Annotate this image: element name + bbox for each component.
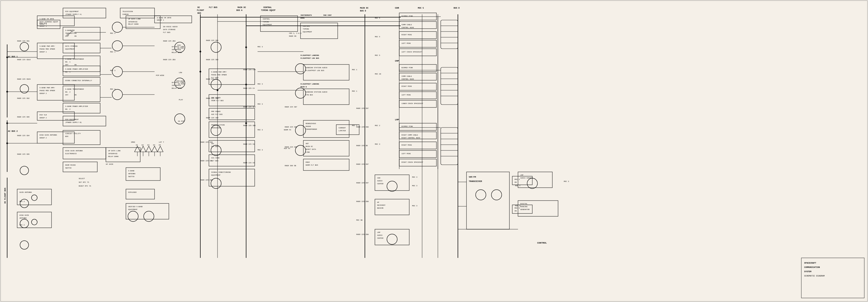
svg-text:MOC 3: MOC 3 bbox=[515, 207, 520, 209]
svg-text:FROM FLT BUS: FROM FLT BUS bbox=[211, 100, 224, 102]
svg-text:CAMERA: CAMERA bbox=[123, 13, 129, 16]
schematic-diagram: AC BUS 1 AC BUS 2 DC FLIGHT BUS S-BAND F… bbox=[0, 0, 868, 302]
svg-text:MOC 1: MOC 1 bbox=[352, 69, 357, 71]
svg-text:RHER 225 CB8: RHER 225 CB8 bbox=[285, 126, 297, 128]
svg-text:S-BAND PWR AMP/: S-BAND PWR AMP/ bbox=[211, 71, 227, 73]
svg-text:PHASE MOD XPNDR: PHASE MOD XPNDR bbox=[39, 48, 55, 50]
svg-text:BUS D: BUS D bbox=[454, 7, 460, 9]
svg-text:COMM CABLE: COMM CABLE bbox=[402, 75, 412, 77]
svg-text:CTB BUS: CTB BUS bbox=[306, 94, 313, 96]
svg-text:RHER 225 CB5: RHER 225 CB5 bbox=[17, 153, 30, 155]
svg-text:RHER 225 CB1: RHER 225 CB1 bbox=[17, 40, 30, 42]
svg-text:MOC 3: MOC 3 bbox=[110, 51, 115, 53]
svg-text:DC FLIGHT BUS: DC FLIGHT BUS bbox=[4, 188, 6, 203]
svg-text:SYSTEM: SYSTEM bbox=[804, 271, 811, 273]
svg-point-392 bbox=[67, 34, 69, 36]
svg-point-386 bbox=[245, 122, 247, 124]
svg-text:ROOM MICRO: ROOM MICRO bbox=[65, 164, 75, 166]
svg-text:RANGING: RANGING bbox=[520, 206, 528, 208]
svg-text:CDR: CDR bbox=[377, 177, 380, 179]
svg-text:RHER 225 CB18: RHER 225 CB18 bbox=[17, 59, 31, 61]
svg-text:(POWER SUPPLY A): (POWER SUPPLY A) bbox=[65, 13, 82, 16]
svg-text:TRANSCEIVER: TRANSCEIVER bbox=[469, 180, 482, 183]
svg-text:COMM CABLE: COMM CABLE bbox=[402, 24, 412, 26]
svg-text:BIOMED PINK: BIOMED PINK bbox=[402, 126, 413, 128]
svg-text:LEFT COUCH SPACESUIT: LEFT COUCH SPACESUIT bbox=[402, 51, 422, 53]
svg-point-389 bbox=[6, 122, 8, 124]
svg-text:LIMITER: LIMITER bbox=[339, 130, 346, 132]
svg-text:FLIGHT: FLIGHT bbox=[197, 9, 204, 11]
svg-text:PCM TLM: PCM TLM bbox=[39, 114, 47, 116]
svg-text:EQUIPMENT: EQUIPMENT bbox=[263, 24, 272, 26]
svg-text:S-BAND: S-BAND bbox=[128, 170, 134, 172]
svg-text:CENTRAL: CENTRAL bbox=[263, 18, 270, 20]
svg-text:RECOVERY: RECOVERY bbox=[377, 204, 385, 206]
svg-text:RHER 225 C9: RHER 225 C9 bbox=[243, 162, 255, 164]
svg-text:MOC 3: MOC 3 bbox=[110, 32, 115, 34]
svg-text:AC BUS 2: AC BUS 2 bbox=[8, 130, 18, 132]
svg-text:CENTRAL: CENTRAL bbox=[263, 6, 272, 8]
svg-text:FLT BUS: FLT BUS bbox=[163, 31, 170, 33]
svg-text:DIGITAL: DIGITAL bbox=[520, 203, 528, 205]
svg-text:VANDCHN STATION AUDIO: VANDCHN STATION AUDIO bbox=[306, 91, 328, 93]
svg-text:RHER 225 CB2: RHER 225 CB2 bbox=[17, 98, 30, 100]
svg-text:RHER 225 CB0: RHER 225 CB0 bbox=[356, 234, 369, 236]
svg-text:TELEVISION: TELEVISION bbox=[123, 10, 133, 12]
svg-text:NO. 2: NO. 2 bbox=[65, 91, 70, 93]
svg-text:SET RTC 75: SET RTC 75 bbox=[79, 182, 89, 183]
svg-text:SPACECRAFT: SPACECRAFT bbox=[804, 262, 816, 264]
svg-text:(POWER SUPPLY B): (POWER SUPPLY B) bbox=[65, 121, 82, 123]
svg-text:MOC 3: MOC 3 bbox=[412, 205, 417, 207]
svg-text:PMP POWER: PMP POWER bbox=[211, 111, 221, 113]
svg-text:RHER 225 CB4: RHER 225 CB4 bbox=[206, 117, 219, 119]
svg-text:RHER 225 CB1: RHER 225 CB1 bbox=[206, 39, 219, 42]
svg-text:RHER 225 CB2: RHER 225 CB2 bbox=[200, 160, 213, 162]
svg-text:LEFT MIKE: LEFT MIKE bbox=[402, 94, 411, 96]
svg-text:RHER 225 CB7: RHER 225 CB7 bbox=[356, 107, 369, 109]
svg-text:RELAY BANK: RELAY BANK bbox=[128, 23, 138, 25]
svg-text:GENERATOR: GENERATOR bbox=[520, 209, 530, 211]
svg-text:SIG COND: SIG COND bbox=[211, 157, 219, 159]
svg-text:FLT BUS: FLT BUS bbox=[211, 145, 219, 147]
svg-text:PCM TLM: PCM TLM bbox=[39, 22, 47, 24]
svg-text:NO. 2: NO. 2 bbox=[65, 108, 70, 110]
svg-text:RHER 225 CB20: RHER 225 CB20 bbox=[17, 78, 31, 80]
svg-text:RHER 225 CB5: RHER 225 CB5 bbox=[200, 179, 213, 181]
svg-text:ANTENNA: ANTENNA bbox=[20, 217, 27, 219]
svg-text:GROUP 2: GROUP 2 bbox=[39, 137, 47, 139]
svg-text:EQUIPMENT: EQUIPMENT bbox=[128, 209, 138, 211]
control-label: CONTROL bbox=[537, 242, 547, 244]
svg-text:DATA STORAGE: DATA STORAGE bbox=[65, 45, 78, 47]
svg-text:CENTER: CENTER bbox=[377, 237, 383, 239]
svg-text:BUS D: BUS D bbox=[360, 10, 366, 12]
svg-text:RHER ON: RHER ON bbox=[289, 35, 297, 37]
svg-text:MOC 2: MOC 2 bbox=[375, 125, 380, 127]
svg-text:CDR: CDR bbox=[395, 7, 399, 9]
svg-point-388 bbox=[6, 91, 8, 92]
svg-text:GAIN ANTENNA: GAIN ANTENNA bbox=[20, 191, 32, 193]
svg-text:LINK: LINK bbox=[306, 151, 310, 153]
svg-text:S-BAND FM XMTR: S-BAND FM XMTR bbox=[39, 18, 54, 20]
svg-text:UP DATA LINK: UP DATA LINK bbox=[108, 150, 121, 152]
svg-text:RHER 225 CB0: RHER 225 CB0 bbox=[356, 200, 369, 202]
svg-text:RHER 225 C8: RHER 225 C8 bbox=[243, 143, 255, 145]
svg-text:LOT T: LOT T bbox=[159, 141, 164, 143]
svg-text:ON: ON bbox=[74, 35, 77, 37]
svg-text:UP DATA LINK: UP DATA LINK bbox=[172, 46, 184, 48]
svg-text:RHER 225 ZB3: RHER 225 ZB3 bbox=[163, 40, 176, 42]
svg-text:FLIGHTPOST LDG BUS: FLIGHTPOST LDG BUS bbox=[301, 57, 319, 59]
svg-text:RELAY BANK: RELAY BANK bbox=[172, 87, 182, 89]
svg-text:BOX: BOX bbox=[65, 136, 68, 138]
svg-text:RHER 225 CB8: RHER 225 CB8 bbox=[356, 126, 369, 128]
svg-text:S-BAND TRANSPONDER: S-BAND TRANSPONDER bbox=[65, 58, 84, 60]
svg-text:LOW: LOW bbox=[179, 72, 182, 74]
svg-text:S-BAND TRANSPONDER: S-BAND TRANSPONDER bbox=[65, 88, 84, 90]
svg-text:DIODE CONNECTED INTERNALLY: DIODE CONNECTED INTERNALLY bbox=[65, 80, 92, 82]
svg-text:RHER 225 ZB3: RHER 225 ZB3 bbox=[163, 59, 176, 61]
svg-text:MOC 1: MOC 1 bbox=[352, 90, 357, 92]
svg-text:RIGHT MIKE: RIGHT MIKE bbox=[402, 85, 412, 87]
svg-text:MOC 3: MOC 3 bbox=[257, 103, 263, 105]
svg-text:RIGHT MIKE: RIGHT MIKE bbox=[402, 144, 412, 146]
svg-text:PMP POWER: PMP POWER bbox=[211, 97, 221, 99]
svg-text:RADAR: RADAR bbox=[306, 126, 311, 128]
